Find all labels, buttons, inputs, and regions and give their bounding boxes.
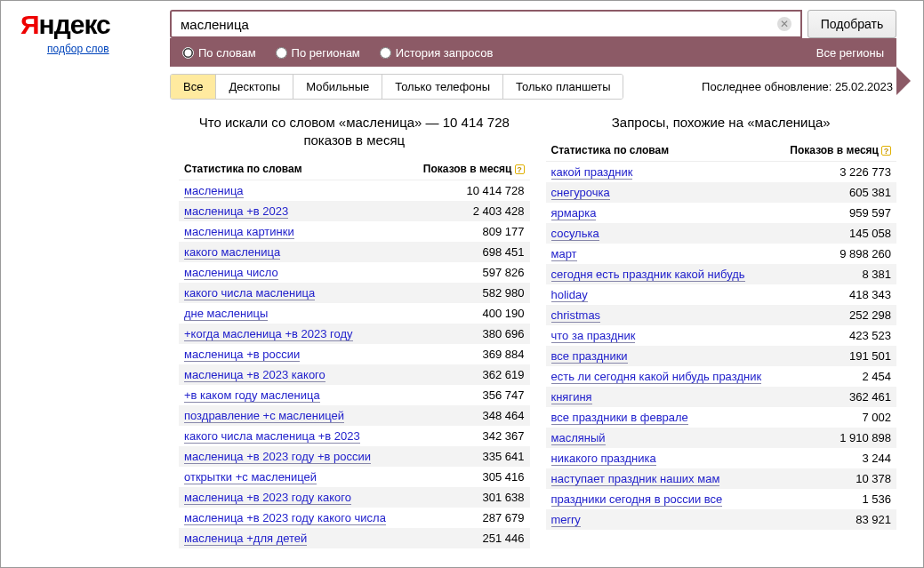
count-cell: 698 451 <box>409 242 530 262</box>
keyword-cell: масленица +в 2023 году какого числа <box>179 508 409 528</box>
keyword-link[interactable]: масленица +для детей <box>184 532 307 546</box>
header: Яндекс подбор слов ✕ Подобрать По словам… <box>1 1 923 100</box>
keyword-link[interactable]: какого масленица <box>184 245 280 260</box>
keyword-cell: открытки +с масленицей <box>179 467 409 487</box>
table-row: все праздники191 501 <box>546 346 897 366</box>
count-cell: 301 638 <box>409 487 530 508</box>
regions-selector[interactable]: Все регионы <box>816 46 884 60</box>
keyword-link[interactable]: масленица +в 2023 <box>184 204 288 219</box>
table-row: что за праздник423 523 <box>546 325 897 346</box>
wordstat-link[interactable]: подбор слов <box>47 43 170 55</box>
keyword-cell: масляный <box>546 428 779 448</box>
keyword-link[interactable]: все праздники в феврале <box>551 411 688 425</box>
keyword-cell: сегодня есть праздник какой нибудь <box>546 264 779 284</box>
mode-radio-history[interactable] <box>380 47 391 59</box>
keyword-link[interactable]: масленица +в 2023 году какого <box>184 491 351 505</box>
keyword-link[interactable]: merry <box>551 513 581 527</box>
count-cell: 809 177 <box>409 221 530 242</box>
sidebar-logo: Яндекс подбор слов <box>1 10 170 55</box>
count-cell: 3 244 <box>779 448 896 468</box>
count-cell: 605 381 <box>779 182 896 203</box>
keyword-link[interactable]: масленица картинки <box>184 225 294 239</box>
keyword-link[interactable]: масленица <box>184 184 244 198</box>
mode-radio-regions[interactable] <box>276 47 287 59</box>
submit-button[interactable]: Подобрать <box>807 10 896 38</box>
table-row: снегурочка605 381 <box>546 182 897 203</box>
keyword-link[interactable]: какого числа масленица <box>184 286 315 300</box>
count-cell: 362 461 <box>779 387 896 407</box>
keyword-link[interactable]: сосулька <box>551 227 599 241</box>
keyword-link[interactable]: наступает праздник наших мам <box>551 472 720 486</box>
help-icon[interactable]: ? <box>881 146 891 156</box>
content: Что искали со словом «масленица» — 10 41… <box>1 100 923 548</box>
logo-y: Я <box>20 10 39 39</box>
keyword-cell: какого числа масленица <box>179 283 409 303</box>
table-row: christmas252 298 <box>546 305 897 325</box>
keyword-link[interactable]: поздравление +с масленицей <box>184 409 344 423</box>
device-tabs: Все Десктопы Мобильные Только телефоны Т… <box>170 74 623 100</box>
mode-tab-history[interactable]: История запросов <box>380 46 494 60</box>
keyword-link[interactable]: март <box>551 247 577 261</box>
keyword-link[interactable]: что за праздник <box>551 329 636 343</box>
keyword-cell: какого масленица <box>179 242 409 262</box>
device-tab-all[interactable]: Все <box>171 75 216 99</box>
keyword-link[interactable]: масленица +в 2023 какого <box>184 368 325 382</box>
mode-tab-words[interactable]: По словам <box>182 46 256 60</box>
keyword-link[interactable]: княгиня <box>551 390 592 404</box>
device-tab-phones[interactable]: Только телефоны <box>382 75 503 99</box>
keyword-link[interactable]: сегодня есть праздник какой нибудь <box>551 268 745 282</box>
keyword-link[interactable]: все праздники <box>551 349 628 364</box>
keyword-link[interactable]: масленица число <box>184 266 278 280</box>
keyword-link[interactable]: масленица +в 2023 году +в россии <box>184 450 371 464</box>
table-row: масленица +в 20232 403 428 <box>179 201 530 221</box>
keyword-link[interactable]: +в каком году масленица <box>184 388 320 403</box>
count-cell: 400 190 <box>409 303 530 324</box>
table-row: масленица +в 2023 году какого301 638 <box>179 487 530 508</box>
count-cell: 1 910 898 <box>779 428 896 448</box>
table-row: +когда масленица +в 2023 году380 696 <box>179 324 530 344</box>
keyword-link[interactable]: открытки +с масленицей <box>184 470 317 484</box>
count-cell: 342 367 <box>409 426 530 446</box>
keyword-link[interactable]: holiday <box>551 288 588 302</box>
right-col-word: Статистика по словам <box>546 139 779 162</box>
right-panel-title: Запросы, похожие на «масленица» <box>546 108 897 139</box>
keyword-cell: масленица число <box>179 262 409 283</box>
mode-radio-words[interactable] <box>182 47 194 59</box>
keyword-link[interactable]: масляный <box>551 431 606 445</box>
keyword-link[interactable]: масленица +в 2023 году какого числа <box>184 511 386 525</box>
count-cell: 3 226 773 <box>779 162 896 183</box>
keyword-link[interactable]: праздники сегодня в россии все <box>551 492 723 507</box>
help-icon[interactable]: ? <box>515 164 525 174</box>
mode-tab-regions[interactable]: По регионам <box>276 46 360 60</box>
device-tab-tablets[interactable]: Только планшеты <box>503 75 623 99</box>
keyword-link[interactable]: дне масленицы <box>184 307 268 321</box>
keyword-link[interactable]: +когда масленица +в 2023 году <box>184 327 353 341</box>
table-row: масленица +в 2023 году +в россии335 641 <box>179 446 530 467</box>
keyword-link[interactable]: ярмарка <box>551 206 597 220</box>
keyword-cell: +в каком году масленица <box>179 385 409 405</box>
device-tab-desktop[interactable]: Десктопы <box>216 75 293 99</box>
keyword-cell: все праздники в феврале <box>546 407 779 428</box>
count-cell: 2 403 428 <box>409 201 530 221</box>
count-cell: 287 679 <box>409 508 530 528</box>
keyword-link[interactable]: есть ли сегодня какой нибудь праздник <box>551 370 762 384</box>
device-row: Все Десктопы Мобильные Только телефоны Т… <box>170 67 896 100</box>
count-cell: 305 416 <box>409 467 530 487</box>
search-input[interactable] <box>170 10 802 38</box>
keyword-link[interactable]: снегурочка <box>551 186 610 200</box>
keyword-cell: поздравление +с масленицей <box>179 405 409 426</box>
device-tab-mobile[interactable]: Мобильные <box>293 75 382 99</box>
keyword-link[interactable]: какого числа масленица +в 2023 <box>184 429 360 444</box>
clear-icon[interactable]: ✕ <box>777 17 791 31</box>
keyword-link[interactable]: christmas <box>551 308 601 323</box>
keyword-link[interactable]: никакого праздника <box>551 452 656 466</box>
right-table: Статистика по словам Показов в месяц? ка… <box>546 139 897 530</box>
count-cell: 145 058 <box>779 223 896 244</box>
keyword-link[interactable]: масленица +в россии <box>184 348 300 362</box>
keyword-cell: снегурочка <box>546 182 779 203</box>
count-cell: 252 298 <box>779 305 896 325</box>
yandex-logo[interactable]: Яндекс <box>20 10 170 40</box>
keyword-link[interactable]: какой праздник <box>551 165 633 180</box>
keyword-cell: дне масленицы <box>179 303 409 324</box>
keyword-cell: какой праздник <box>546 162 779 183</box>
